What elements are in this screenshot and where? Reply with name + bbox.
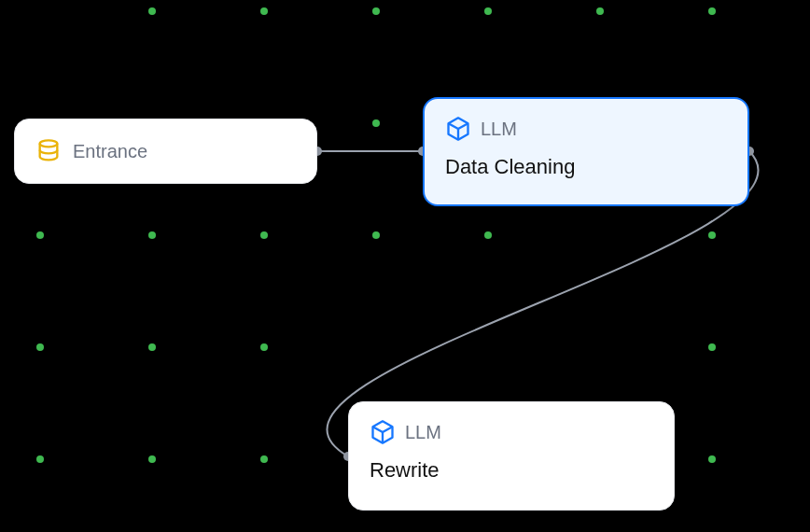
- grid-dot: [372, 231, 380, 239]
- node-entrance-label: Entrance: [73, 141, 147, 162]
- node-header: LLM: [370, 419, 653, 445]
- workflow-canvas[interactable]: Entrance LLM Data Cleaning: [0, 0, 810, 532]
- grid-dot: [708, 7, 716, 15]
- node-type-label: LLM: [405, 422, 441, 443]
- grid-dot: [708, 455, 716, 463]
- grid-dot: [708, 343, 716, 351]
- grid-dot: [484, 231, 492, 239]
- grid-dot: [36, 455, 44, 463]
- svg-point-0: [40, 140, 58, 147]
- node-title: Data Cleaning: [445, 155, 727, 179]
- grid-dot: [260, 343, 268, 351]
- grid-dot: [36, 343, 44, 351]
- grid-dot: [260, 231, 268, 239]
- node-type-label: LLM: [481, 119, 517, 140]
- node-data-cleaning[interactable]: LLM Data Cleaning: [423, 97, 749, 206]
- node-title: Rewrite: [370, 458, 653, 483]
- grid-dot: [148, 455, 156, 463]
- grid-dot: [596, 7, 604, 15]
- grid-dot: [260, 7, 268, 15]
- cube-icon: [445, 116, 471, 142]
- grid-dot: [36, 231, 44, 239]
- grid-dot: [148, 343, 156, 351]
- grid-dot: [484, 7, 492, 15]
- node-rewrite[interactable]: LLM Rewrite: [348, 401, 675, 511]
- grid-dot: [148, 7, 156, 15]
- grid-dot: [372, 119, 380, 127]
- node-header: LLM: [445, 116, 727, 142]
- node-entrance[interactable]: Entrance: [14, 119, 317, 184]
- grid-dot: [260, 455, 268, 463]
- database-icon: [35, 138, 62, 164]
- grid-dot: [148, 231, 156, 239]
- grid-dot: [372, 7, 380, 15]
- cube-icon: [370, 419, 396, 445]
- grid-dot: [708, 231, 716, 239]
